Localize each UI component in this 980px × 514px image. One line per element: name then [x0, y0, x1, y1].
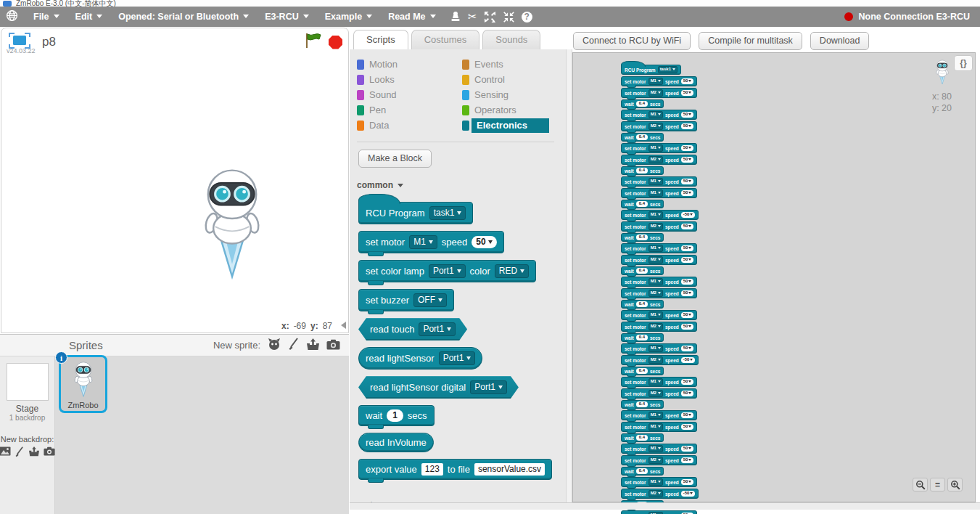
value-input[interactable]: 0.4: [636, 335, 648, 340]
category-events[interactable]: Events: [462, 57, 566, 72]
value-dropdown[interactable]: 50: [681, 457, 694, 463]
set-motor-block[interactable]: set motorM1speed50: [358, 231, 504, 253]
grow-icon[interactable]: [484, 11, 496, 23]
value-input[interactable]: 0.4: [636, 468, 648, 474]
script-set-motor-block[interactable]: set motorM1speed50: [621, 343, 697, 354]
dropdown[interactable]: M2: [648, 156, 663, 163]
script-set-motor-block[interactable]: set motorM2speed50: [621, 388, 697, 399]
read-touch-block[interactable]: read touchPort1: [358, 318, 467, 340]
value-dropdown[interactable]: 50: [681, 224, 694, 229]
stamp-icon[interactable]: [450, 11, 461, 23]
script-wait-block[interactable]: wait0.4secs: [621, 99, 664, 108]
value-dropdown[interactable]: 50: [681, 257, 694, 263]
dropdown[interactable]: M1: [409, 235, 437, 249]
value-input[interactable]: 0.4: [636, 435, 648, 441]
value-dropdown[interactable]: 50: [681, 112, 694, 118]
upload-icon[interactable]: [306, 338, 320, 353]
dropdown[interactable]: task1: [429, 206, 466, 220]
value-dropdown[interactable]: 50: [681, 245, 694, 251]
dropdown[interactable]: M2: [648, 490, 663, 497]
sprite-library-icon[interactable]: [267, 338, 281, 353]
value-input[interactable]: 0.4: [636, 301, 648, 307]
script-set-motor-block[interactable]: set motorM2speed50: [621, 221, 697, 232]
dropdown[interactable]: M1: [648, 445, 663, 452]
script-set-motor-block[interactable]: set motorM2speed50: [621, 88, 697, 98]
dropdown[interactable]: M2: [648, 256, 663, 264]
value-dropdown[interactable]: 50: [472, 236, 496, 248]
script-set-motor-block[interactable]: set motorM2speed50: [621, 288, 697, 298]
zoom-out-button[interactable]: [913, 478, 928, 491]
value-dropdown[interactable]: -50: [681, 212, 696, 218]
set-color-lamp-block[interactable]: set color lampPort1colorRED: [358, 260, 536, 282]
value-input[interactable]: 0.4: [636, 234, 648, 240]
value-input[interactable]: 0.4: [636, 401, 648, 407]
value-dropdown[interactable]: 50: [681, 479, 694, 485]
camera-icon[interactable]: [44, 446, 55, 460]
dropdown[interactable]: M1: [648, 211, 663, 219]
script-set-motor-block[interactable]: set motorM2speed50: [621, 155, 697, 165]
globe-icon[interactable]: [6, 9, 18, 24]
value-dropdown[interactable]: 50: [681, 90, 694, 96]
value-input[interactable]: 1: [387, 409, 403, 422]
script-set-motor-block[interactable]: set motorM1speed50: [621, 143, 697, 153]
value-input[interactable]: 0.4: [636, 368, 648, 374]
script-wait-block[interactable]: wait0.4secs: [621, 300, 664, 309]
dropdown[interactable]: Port1: [429, 264, 466, 278]
category-sound[interactable]: Sound: [357, 87, 462, 102]
read-lightsensor-digital-block[interactable]: read lightSensor digitalPort1: [358, 376, 519, 399]
dropdown[interactable]: M1: [648, 111, 663, 118]
script-hat-block[interactable]: RCU Programtask1: [621, 65, 681, 75]
tab-costumes[interactable]: Costumes: [411, 30, 480, 50]
script-set-motor-block[interactable]: set motorM1speed50: [621, 377, 697, 387]
value-dropdown[interactable]: 50: [681, 123, 694, 129]
dropdown[interactable]: OFF: [413, 293, 447, 307]
script-set-motor-block[interactable]: set motorM2speed50: [621, 255, 697, 265]
paintbrush-icon[interactable]: [15, 446, 25, 460]
tab-sounds[interactable]: Sounds: [482, 30, 540, 50]
menu-e3-rcu[interactable]: E3-RCU: [257, 12, 317, 22]
value-input[interactable]: 0.4: [636, 268, 648, 274]
dropdown[interactable]: M2: [648, 390, 663, 397]
script-set-motor-block[interactable]: set motorM2speed-50: [621, 355, 699, 365]
value-dropdown[interactable]: 50: [681, 346, 694, 351]
palette-scrollbar[interactable]: [566, 49, 572, 502]
value-dropdown[interactable]: 50: [681, 157, 694, 163]
value-dropdown[interactable]: 50: [681, 324, 694, 330]
text-input[interactable]: sensorValue.csv: [474, 463, 545, 476]
rcu-program-block[interactable]: RCU Programtask1: [358, 202, 473, 224]
script-set-motor-block[interactable]: set motorM1speed50: [621, 110, 697, 120]
script-set-motor-block[interactable]: set motorM1speed50: [621, 422, 697, 432]
code-view-button[interactable]: {}: [954, 55, 973, 71]
category-control[interactable]: Control: [462, 72, 566, 87]
dropdown[interactable]: M1: [648, 178, 663, 185]
set-buzzer-block[interactable]: set buzzerOFF: [358, 289, 454, 311]
tab-scripts[interactable]: Scripts: [353, 30, 408, 50]
value-dropdown[interactable]: 50: [681, 391, 694, 396]
export-value-block[interactable]: export value123to filesensorValue.csv: [358, 459, 552, 480]
value-dropdown[interactable]: 50: [681, 279, 694, 285]
stop-button[interactable]: [329, 36, 342, 49]
script-set-motor-block[interactable]: set motorM1speed50: [621, 444, 697, 454]
value-input[interactable]: 0.4: [636, 168, 648, 174]
dropdown[interactable]: M1: [648, 311, 663, 319]
dropdown[interactable]: M1: [648, 189, 663, 197]
script-wait-block[interactable]: wait0.4secs: [621, 266, 664, 275]
value-dropdown[interactable]: 50: [681, 312, 694, 318]
dropdown[interactable]: M1: [648, 345, 663, 352]
dropdown[interactable]: Port1: [439, 351, 476, 365]
value-dropdown[interactable]: 50: [681, 179, 694, 184]
value-dropdown[interactable]: -50: [681, 357, 696, 363]
green-flag-button[interactable]: [305, 33, 322, 52]
scissors-icon[interactable]: ✂: [468, 10, 477, 23]
menu-example[interactable]: Example: [317, 12, 380, 22]
paintbrush-icon[interactable]: [288, 338, 300, 353]
script-set-motor-block[interactable]: set motorM2speed50: [621, 322, 697, 332]
sprite-tile-zmrobo[interactable]: i ZmRobo: [59, 355, 107, 413]
dropdown[interactable]: RED: [495, 264, 529, 278]
collapse-arrow-icon[interactable]: [341, 322, 346, 329]
menu-edit[interactable]: Edit: [67, 12, 111, 22]
compile-for-multitask-button[interactable]: Compile for multitask: [699, 32, 802, 50]
horizontal-scroll-strip[interactable]: [350, 502, 980, 510]
read-lightsensor-block[interactable]: read lightSensorPort1: [358, 347, 482, 370]
script-wait-block[interactable]: wait0.4secs: [621, 166, 664, 175]
